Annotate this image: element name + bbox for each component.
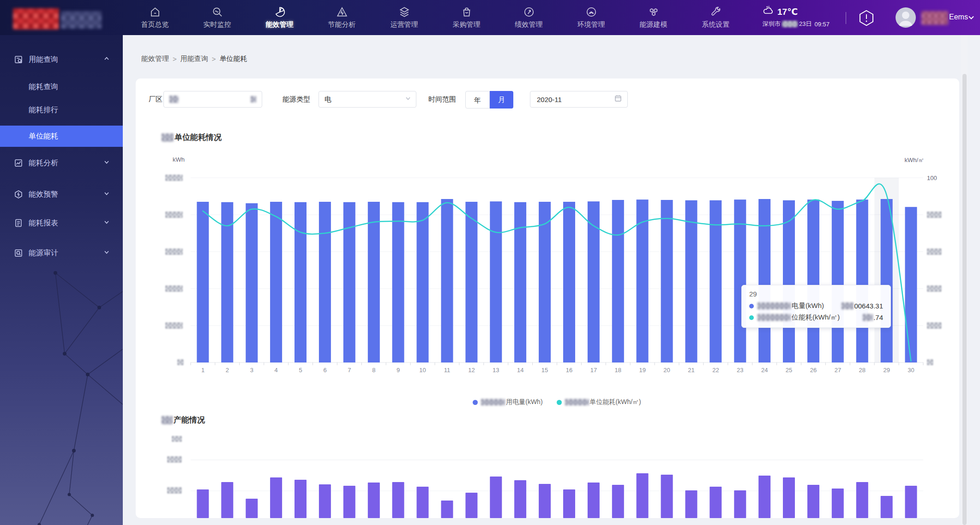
- bar-day-20: [661, 200, 673, 362]
- top-nav: 首页总览实时监控能效管理节能分析运营管理采购管理绩效管理环境管理能源建模系统设置…: [0, 0, 980, 35]
- bar-day-4: [270, 202, 282, 362]
- x-axis-label-11: 11: [435, 367, 459, 374]
- sidebar-group-能源审计[interactable]: 能源审计: [0, 242, 123, 264]
- range-month-button[interactable]: 月: [490, 91, 513, 109]
- breadcrumb-item-单位能耗[interactable]: 单位能耗: [220, 54, 247, 63]
- user-menu-chevron-down-icon[interactable]: [968, 14, 975, 23]
- environment-icon: [585, 6, 597, 18]
- production-bar-day-18: [612, 485, 624, 518]
- nav-item-environment[interactable]: 环境管理: [568, 0, 614, 35]
- unit-energy-line: [203, 184, 911, 361]
- operations-layers-icon: [398, 6, 410, 18]
- calendar-icon: [614, 95, 622, 104]
- unit-energy-chart[interactable]: [191, 178, 923, 367]
- production-bar-day-17: [588, 483, 600, 518]
- production-bar-day-30: [905, 486, 917, 518]
- legend-dot-blue: [749, 304, 754, 308]
- legend-prefix-blur: [481, 399, 505, 405]
- chart1-title: 单位能耗情况: [162, 132, 222, 143]
- bar-day-9: [392, 202, 404, 362]
- chevron-down-icon: [405, 95, 411, 103]
- chevron-down-icon: [103, 219, 110, 227]
- x-axis-label-24: 24: [752, 367, 777, 374]
- chart1-legend: 用电量(kWh)单位能耗(kWh/㎡): [191, 398, 923, 406]
- tooltip-row-electricity: 电量(kWh) 00643.31: [749, 302, 883, 310]
- x-axis-label-1: 1: [191, 367, 215, 374]
- sidebar-item-单位能耗[interactable]: 单位能耗: [0, 126, 123, 147]
- chart2-tick-blur: [167, 456, 182, 463]
- production-bar-day-10: [417, 487, 429, 518]
- nav-item-energy-modeling[interactable]: 能源建模: [630, 0, 677, 35]
- legend-dot: [557, 400, 562, 405]
- bar-day-30: [905, 207, 917, 362]
- production-bar-day-16: [563, 489, 575, 518]
- user-avatar[interactable]: [896, 7, 916, 28]
- x-axis-label-17: 17: [581, 367, 606, 374]
- bar-day-10: [417, 202, 429, 362]
- plant-select[interactable]: [163, 91, 262, 108]
- energy-type-label: 能源类型: [283, 91, 310, 108]
- bar-day-1: [197, 202, 209, 362]
- scrollbar-thumb[interactable]: [962, 74, 967, 525]
- sidebar-group-能耗报表[interactable]: 能耗报表: [0, 212, 123, 234]
- range-year-button[interactable]: 年: [465, 91, 490, 109]
- weather-time: 09:57: [814, 21, 830, 28]
- nav-item-realtime-monitor[interactable]: 实时监控: [194, 0, 240, 35]
- nav-item-energy-efficiency-pie[interactable]: 能效管理: [256, 0, 303, 35]
- sidebar-group-能效预警[interactable]: 能效预警: [0, 184, 123, 205]
- legend-item-electricity[interactable]: 用电量(kWh): [473, 398, 542, 406]
- nav-item-performance-cycle[interactable]: 绩效管理: [505, 0, 552, 35]
- sidebar-item-能耗排行[interactable]: 能耗排行: [0, 99, 123, 121]
- production-bar-day-28: [856, 482, 868, 518]
- nav-item-energy-saving-analysis[interactable]: 节能分析: [319, 0, 365, 35]
- breadcrumb-item-能效管理[interactable]: 能效管理: [141, 54, 169, 63]
- chart2-title: 产能情况: [162, 415, 205, 425]
- nav-item-operations-layers[interactable]: 运营管理: [381, 0, 427, 35]
- production-bar-day-11: [441, 501, 453, 518]
- sidebar-group-用能查询[interactable]: 用能查询: [0, 49, 123, 70]
- chart1-left-tick-blur: [165, 175, 183, 181]
- x-axis-label-12: 12: [459, 367, 484, 374]
- legend-item-unit-energy[interactable]: 单位能耗(kWh/㎡): [557, 398, 641, 406]
- chart2-axis-unit-blur: [172, 436, 182, 442]
- chart1-right-zero-blur: [927, 359, 933, 365]
- sidebar-group-能耗分析[interactable]: 能耗分析: [0, 152, 123, 174]
- bar-day-8: [368, 202, 380, 362]
- date-picker[interactable]: 2020-11: [530, 91, 628, 108]
- bar-day-16: [563, 202, 575, 362]
- breadcrumb-separator: >: [173, 55, 177, 63]
- legend-dot-cyan: [749, 315, 754, 320]
- energy-saving-analysis-icon: [336, 6, 348, 18]
- bar-day-21: [685, 200, 697, 362]
- nav-item-purchase-bag[interactable]: 采购管理: [443, 0, 490, 35]
- tooltip-label1-blur: [758, 302, 791, 309]
- bar-day-18: [612, 200, 624, 362]
- production-chart[interactable]: [191, 434, 923, 518]
- plant-label: 厂区: [149, 91, 162, 108]
- alert-hexagon-icon[interactable]: [858, 9, 875, 27]
- production-bar-day-13: [490, 477, 502, 518]
- bar-day-12: [465, 202, 477, 362]
- energy-type-select[interactable]: 电: [319, 91, 416, 108]
- x-axis-label-2: 2: [215, 367, 240, 374]
- user-name-blur: [921, 11, 948, 25]
- breadcrumb-item-用能查询[interactable]: 用能查询: [180, 54, 208, 63]
- chart1-title-prefix-blur: [162, 133, 174, 142]
- x-axis-label-7: 7: [337, 367, 361, 374]
- tooltip-header: 29: [749, 290, 883, 298]
- x-axis-label-15: 15: [533, 367, 557, 374]
- sidebar-item-能耗查询[interactable]: 能耗查询: [0, 76, 123, 97]
- production-bar-day-29: [881, 496, 893, 518]
- chart1-left-tick-blur: [165, 322, 183, 329]
- efficiency-alarm-icon: [14, 190, 23, 199]
- production-bar-day-3: [246, 499, 258, 518]
- production-bar-day-19: [637, 473, 649, 518]
- bar-day-5: [295, 202, 307, 362]
- chart1-right-axis-unit: kWh/㎡: [877, 156, 924, 164]
- nav-item-system-settings-wrench[interactable]: 系统设置: [692, 0, 739, 35]
- nav-item-home[interactable]: 首页总览: [132, 0, 178, 35]
- production-bar-day-22: [709, 487, 721, 518]
- chart2-tick-blur: [167, 487, 182, 494]
- user-name[interactable]: Eems: [949, 13, 968, 21]
- bar-day-25: [783, 200, 795, 362]
